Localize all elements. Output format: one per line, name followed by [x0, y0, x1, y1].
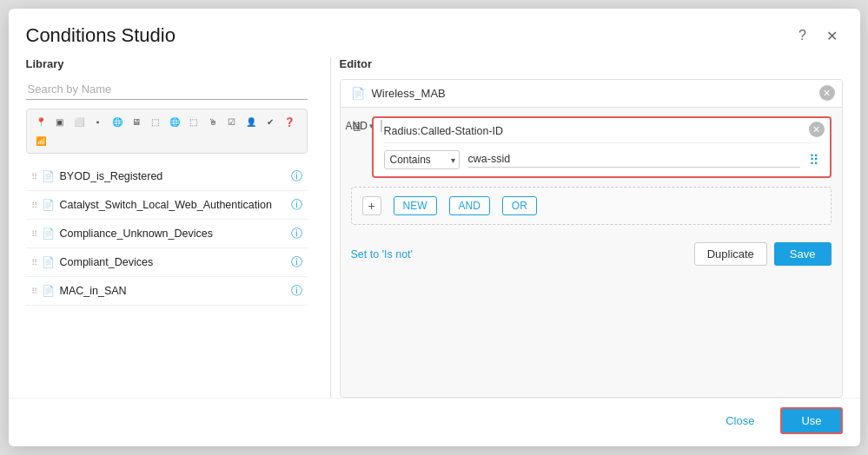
save-button[interactable]: Save — [774, 242, 832, 266]
icon-toolbar: 📍 ▣ ⬜ ▪ 🌐 🖥 ⬚ 🌐 ⬚ 🖱 ☑ 👤 ✔ ❓ 📶 — [26, 109, 308, 154]
location-icon[interactable]: 📍 — [32, 113, 50, 130]
list-item[interactable]: ⠿ 📄 Compliance_Unknown_Devices ⓘ — [26, 220, 308, 248]
cursor-icon[interactable]: 🖱 — [204, 113, 222, 130]
list-item[interactable]: ⠿ 📄 MAC_in_SAN ⓘ — [26, 277, 308, 306]
close-modal-button[interactable]: ✕ — [822, 25, 843, 46]
item-label: BYOD_is_Registered — [60, 170, 286, 182]
or-button[interactable]: OR — [502, 196, 537, 215]
square-icon[interactable]: ⬜ — [70, 113, 88, 130]
item-doc-icon: 📄 — [42, 228, 55, 240]
info-icon[interactable]: ⓘ — [291, 226, 302, 241]
and-button[interactable]: AND — [449, 196, 490, 215]
checkmark-icon[interactable]: ✔ — [262, 113, 279, 130]
condition-value: cwa-ssid — [468, 153, 800, 168]
modal-body: Library 📍 ▣ ⬜ ▪ 🌐 🖥 ⬚ 🌐 ⬚ 🖱 ☑ 👤 ✔ ❓ 📶 — [9, 47, 860, 398]
add-condition-row: + NEW AND OR — [351, 187, 832, 225]
monitor-icon[interactable]: 🖥 — [128, 113, 145, 130]
editor-content: 📄 Wireless_MAB ✕ 🖥 AND ▾ — [340, 79, 843, 398]
editor-top-bar: 📄 Wireless_MAB ✕ — [341, 80, 842, 108]
wifi-icon[interactable]: 📶 — [32, 132, 50, 149]
and-chevron-icon: ▾ — [369, 122, 374, 130]
grid-icon[interactable]: ▣ — [51, 113, 69, 130]
globe-icon[interactable]: 🌐 — [109, 113, 126, 130]
condition-attribute: Radius:Called-Station-ID — [384, 125, 819, 143]
question2-icon[interactable]: ❓ — [281, 113, 298, 130]
item-doc-icon: 📄 — [42, 256, 55, 268]
list-item[interactable]: ⠿ 📄 Catalyst_Switch_Local_Web_Authentica… — [26, 191, 308, 220]
drag-handle-icon: ⠿ — [31, 229, 36, 239]
editor-title: Editor — [340, 57, 843, 70]
close-wireless-button[interactable]: ✕ — [819, 85, 835, 101]
drag-handle-icon: ⠿ — [31, 201, 36, 210]
modal-header-icons: ? ✕ — [792, 25, 843, 46]
item-doc-icon: 📄 — [42, 285, 55, 297]
condition-block: 🖥 AND ▾ Radius:Called-Station-ID — [341, 108, 842, 187]
small-square-icon[interactable]: ▪ — [89, 113, 107, 130]
drag-handle-icon: ⠿ — [31, 287, 36, 296]
library-panel: Library 📍 ▣ ⬜ ▪ 🌐 🖥 ⬚ 🌐 ⬚ 🖱 ☑ 👤 ✔ ❓ 📶 — [26, 57, 321, 398]
add-condition-button[interactable]: + — [362, 196, 381, 215]
item-doc-icon: 📄 — [42, 170, 55, 182]
item-doc-icon: 📄 — [42, 199, 55, 211]
modal-title: Conditions Studio — [26, 24, 176, 47]
drag-handle-icon: ⠿ — [31, 258, 36, 267]
modal-header: Conditions Studio ? ✕ — [9, 9, 860, 47]
condition-row: Contains Equals Starts With Ends With cw… — [384, 150, 819, 169]
item-label: Compliance_Unknown_Devices — [60, 228, 286, 240]
info-icon[interactable]: ⓘ — [291, 254, 302, 270]
operator-select[interactable]: Contains Equals Starts With Ends With — [384, 150, 460, 169]
search-input[interactable] — [26, 79, 308, 100]
globe2-icon[interactable]: 🌐 — [166, 113, 183, 130]
set-not-link[interactable]: Set to 'Is not' — [351, 248, 413, 260]
wireless-label: Wireless_MAB — [372, 87, 446, 100]
close-icon: ✕ — [826, 28, 838, 44]
close-condition-button[interactable]: ✕ — [809, 122, 825, 137]
user-icon[interactable]: 👤 — [242, 113, 260, 130]
editor-footer: Set to 'Is not' Duplicate Save — [341, 234, 842, 274]
new-button[interactable]: NEW — [394, 196, 437, 215]
checkbox-icon[interactable]: ☑ — [223, 113, 241, 130]
dash-square2-icon[interactable]: ⬚ — [185, 113, 202, 130]
vertical-divider — [330, 57, 331, 398]
grid-dots-icon[interactable]: ⠿ — [809, 152, 819, 168]
list-item[interactable]: ⠿ 📄 BYOD_is_Registered ⓘ — [26, 162, 308, 191]
editor-panel: Editor 📄 Wireless_MAB ✕ 🖥 — [340, 57, 843, 398]
modal-footer: Close Use — [9, 398, 860, 446]
info-icon[interactable]: ⓘ — [291, 197, 302, 213]
info-icon[interactable]: ⓘ — [291, 168, 302, 184]
editor-footer-buttons: Duplicate Save — [694, 242, 832, 266]
question-icon: ? — [798, 28, 806, 43]
help-button[interactable]: ? — [792, 25, 813, 46]
item-label: Compliant_Devices — [60, 256, 286, 268]
operator-select-wrapper[interactable]: Contains Equals Starts With Ends With — [384, 150, 460, 169]
and-label: AND — [346, 120, 368, 132]
info-icon[interactable]: ⓘ — [291, 283, 302, 299]
library-title: Library — [26, 57, 308, 70]
and-operator[interactable]: AND ▾ — [346, 120, 382, 132]
doc-icon: 📄 — [351, 87, 365, 100]
drag-handle-icon: ⠿ — [31, 172, 36, 181]
dash-square-icon[interactable]: ⬚ — [147, 113, 164, 130]
close-button[interactable]: Close — [708, 409, 772, 432]
item-label: MAC_in_SAN — [60, 285, 286, 297]
list-item[interactable]: ⠿ 📄 Compliant_Devices ⓘ — [26, 248, 308, 277]
condition-card: Radius:Called-Station-ID Contains Equals… — [372, 116, 832, 178]
conditions-studio-modal: Conditions Studio ? ✕ Library 📍 ▣ ⬜ ▪ 🌐 … — [9, 9, 860, 446]
use-button[interactable]: Use — [780, 407, 842, 434]
item-label: Catalyst_Switch_Local_Web_Authentication — [60, 199, 286, 211]
library-list: ⠿ 📄 BYOD_is_Registered ⓘ ⠿ 📄 Catalyst_Sw… — [26, 162, 308, 398]
duplicate-button[interactable]: Duplicate — [694, 242, 767, 266]
